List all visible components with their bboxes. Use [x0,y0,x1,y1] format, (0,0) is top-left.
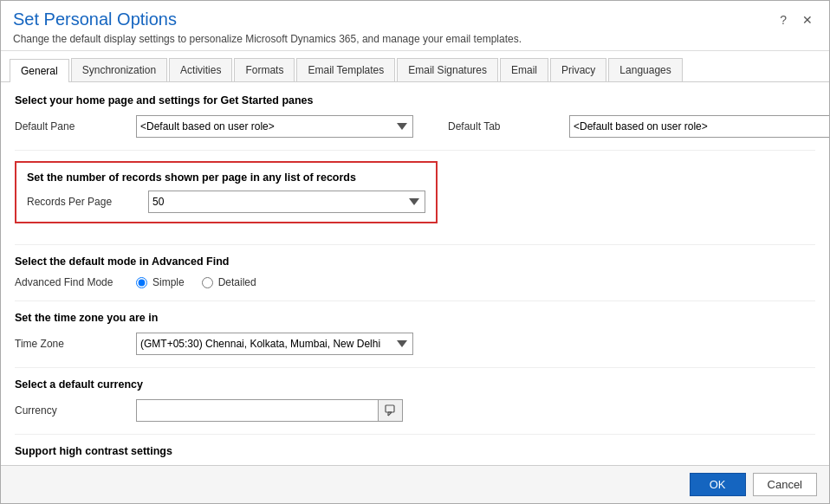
advanced-find-radio-group: Simple Detailed [136,276,256,288]
tab-synchronization[interactable]: Synchronization [71,58,167,81]
dialog-title: Set Personal Options [13,10,775,29]
dialog-window: Set Personal Options Change the default … [0,0,830,504]
tabs-bar: General Synchronization Activities Forma… [1,51,829,82]
tab-privacy[interactable]: Privacy [550,58,606,81]
high-contrast-title: Support high contrast settings [15,445,815,457]
tab-languages[interactable]: Languages [608,58,682,81]
radio-simple-input[interactable] [136,277,147,288]
records-per-page-box: Set the number of records shown per page… [15,161,438,223]
records-per-page-label: Records Per Page [27,196,148,208]
divider-1 [15,150,815,151]
divider-2 [15,244,815,245]
currency-input[interactable] [136,399,379,422]
records-per-page-title: Set the number of records shown per page… [27,171,425,184]
default-tab-select[interactable]: <Default based on user role> [569,115,829,138]
content-scroll[interactable]: Select your home page and settings for G… [1,82,829,465]
currency-field-wrap [136,399,403,422]
svg-line-1 [388,412,392,416]
default-pane-label: Default Pane [15,120,136,132]
tab-activities[interactable]: Activities [169,58,232,81]
svg-rect-0 [386,405,394,412]
advanced-find-mode-label: Advanced Find Mode [15,276,136,288]
cancel-button[interactable]: Cancel [753,473,817,496]
divider-5 [15,434,815,435]
tab-general[interactable]: General [10,59,69,82]
divider-4 [15,367,815,368]
time-zone-title: Set the time zone you are in [15,312,815,324]
time-zone-label: Time Zone [15,338,136,350]
content-area: Select your home page and settings for G… [1,82,829,465]
tab-email[interactable]: Email [500,58,548,81]
currency-label: Currency [15,404,136,417]
divider-3 [15,300,815,301]
radio-detailed[interactable]: Detailed [202,276,256,288]
default-tab-label: Default Tab [448,120,569,132]
radio-simple[interactable]: Simple [136,276,185,288]
radio-detailed-label: Detailed [218,276,256,288]
default-pane-select[interactable]: <Default based on user role> [136,115,413,138]
radio-simple-label: Simple [152,276,185,288]
dialog-subtitle: Change the default display settings to p… [13,33,775,45]
home-page-section-title: Select your home page and settings for G… [15,94,815,107]
radio-detailed-input[interactable] [202,277,213,288]
tab-formats[interactable]: Formats [234,58,295,81]
tab-email-signatures[interactable]: Email Signatures [397,58,498,81]
lookup-icon [385,404,397,417]
dialog-footer: OK Cancel [1,465,829,503]
title-area: Set Personal Options Change the default … [13,10,775,45]
dialog-controls: ? ✕ [775,11,817,29]
dialog-header: Set Personal Options Change the default … [1,1,829,51]
time-zone-select[interactable]: (GMT+05:30) Chennai, Kolkata, Mumbai, Ne… [136,333,413,355]
tab-email-templates[interactable]: Email Templates [296,58,395,81]
currency-lookup-button[interactable] [379,399,403,422]
advanced-find-title: Select the default mode in Advanced Find [15,255,815,268]
close-button[interactable]: ✕ [798,11,817,29]
help-button[interactable]: ? [775,11,791,29]
records-per-page-select[interactable]: 50 25 75 100 250 [148,191,425,213]
currency-title: Select a default currency [15,378,815,391]
ok-button[interactable]: OK [690,473,746,496]
